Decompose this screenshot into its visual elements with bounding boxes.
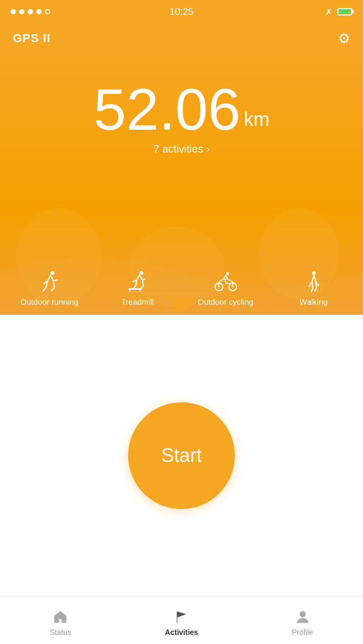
bottom-nav: Status Activities Profile bbox=[0, 596, 363, 644]
svg-rect-5 bbox=[128, 288, 141, 290]
dot-1 bbox=[11, 9, 16, 14]
activity-treadmill[interactable]: Treadmill bbox=[106, 271, 170, 306]
start-button[interactable]: Start bbox=[128, 402, 235, 509]
status-time: 10:25 bbox=[169, 6, 193, 18]
person-icon bbox=[295, 610, 310, 625]
treadmill-icon bbox=[127, 271, 149, 293]
activities-count-text: 7 activities bbox=[153, 143, 203, 155]
app-header: GPS II ⚙ bbox=[0, 23, 363, 53]
flag-icon bbox=[174, 610, 189, 625]
activity-walking[interactable]: Walking bbox=[282, 271, 346, 306]
svg-marker-12 bbox=[165, 297, 198, 313]
treadmill-label: Treadmill bbox=[121, 297, 154, 306]
nav-item-profile[interactable]: Profile bbox=[242, 605, 363, 637]
svg-point-3 bbox=[50, 271, 54, 275]
battery-icon bbox=[337, 8, 352, 15]
svg-point-13 bbox=[300, 611, 305, 616]
settings-icon[interactable]: ⚙ bbox=[338, 30, 350, 47]
svg-point-4 bbox=[139, 271, 143, 275]
svg-line-7 bbox=[139, 290, 140, 292]
main-content: Start bbox=[0, 315, 363, 596]
battery-fill bbox=[339, 10, 350, 14]
bluetooth-icon: ✗ bbox=[325, 7, 332, 17]
home-icon bbox=[53, 610, 68, 625]
nav-label-profile: Profile bbox=[292, 628, 313, 637]
nav-label-status: Status bbox=[50, 628, 71, 637]
distance-unit: km bbox=[244, 110, 270, 129]
chevron-right-icon: › bbox=[207, 144, 210, 155]
status-bar: 10:25 ✗ bbox=[0, 0, 363, 23]
svg-point-8 bbox=[226, 272, 229, 275]
svg-point-11 bbox=[312, 271, 315, 275]
start-button-label: Start bbox=[161, 444, 202, 467]
nav-label-activities: Activities bbox=[165, 628, 198, 637]
activity-outdoor-running[interactable]: Outdoor running bbox=[18, 271, 82, 306]
outdoor-cycling-label: Outdoor cycling bbox=[198, 297, 253, 306]
status-right-icons: ✗ bbox=[325, 7, 352, 17]
app-title: GPS II bbox=[13, 31, 51, 45]
nav-item-status[interactable]: Status bbox=[0, 605, 121, 637]
outdoor-cycling-icon bbox=[215, 271, 237, 293]
outdoor-running-label: Outdoor running bbox=[20, 297, 78, 306]
dot-3 bbox=[28, 9, 33, 14]
walking-label: Walking bbox=[299, 297, 328, 306]
distance-number: 52.06 bbox=[93, 80, 240, 139]
distance-display: 52.06 km bbox=[93, 80, 269, 139]
hero-bottom-chevron bbox=[165, 297, 198, 313]
dot-5 bbox=[45, 9, 50, 14]
outdoor-running-icon bbox=[38, 271, 61, 293]
svg-line-6 bbox=[129, 290, 130, 292]
activity-outdoor-cycling[interactable]: Outdoor cycling bbox=[194, 271, 258, 306]
dot-4 bbox=[36, 9, 42, 14]
activities-link[interactable]: 7 activities › bbox=[153, 143, 209, 155]
dot-2 bbox=[19, 9, 25, 14]
walking-icon bbox=[303, 271, 325, 293]
nav-item-activities[interactable]: Activities bbox=[121, 605, 242, 637]
signal-dots bbox=[11, 9, 50, 14]
hero-section: 52.06 km 7 activities › Outdoor running … bbox=[0, 53, 363, 315]
